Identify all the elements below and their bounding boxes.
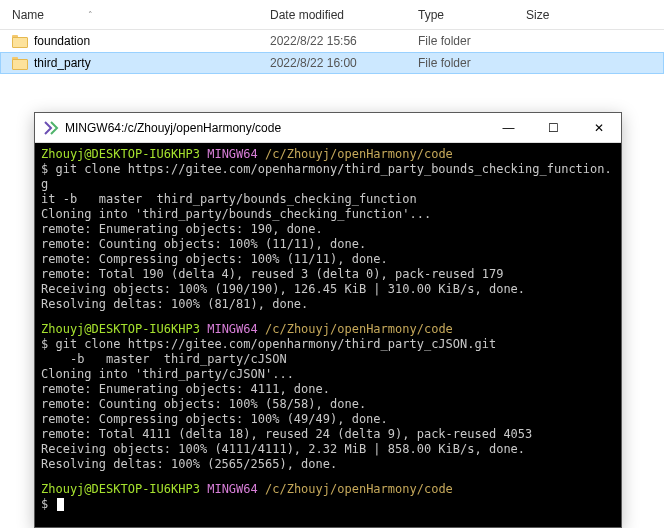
- column-type[interactable]: Type: [418, 8, 526, 22]
- prompt-env: MINGW64: [207, 482, 258, 496]
- terminal-line: -b master third_party/cJSON: [41, 352, 615, 367]
- file-rows: foundation 2022/8/22 15:56 File folder t…: [0, 30, 664, 74]
- terminal-line: remote: Compressing objects: 100% (11/11…: [41, 252, 615, 267]
- prompt-user: Zhouyj@DESKTOP-IU6KHP3: [41, 322, 200, 336]
- folder-icon: [12, 35, 28, 48]
- folder-icon: [12, 57, 28, 70]
- terminal-line: remote: Enumerating objects: 4111, done.: [41, 382, 615, 397]
- terminal-line: remote: Compressing objects: 100% (49/49…: [41, 412, 615, 427]
- terminal-line: $ git clone https://gitee.com/openharmon…: [41, 337, 615, 352]
- terminal-line: $ git clone https://gitee.com/openharmon…: [41, 162, 615, 192]
- terminal-line: remote: Total 4111 (delta 18), reused 24…: [41, 427, 615, 442]
- prompt-path: /c/Zhouyj/openHarmony/code: [265, 322, 453, 336]
- column-name[interactable]: Name˄: [12, 8, 270, 22]
- minimize-button[interactable]: —: [486, 113, 531, 142]
- file-name: third_party: [34, 56, 91, 70]
- sort-indicator-icon: ˄: [88, 10, 93, 20]
- table-row[interactable]: third_party 2022/8/22 16:00 File folder: [0, 52, 664, 74]
- terminal-line: Receiving objects: 100% (4111/4111), 2.3…: [41, 442, 615, 457]
- prompt-env: MINGW64: [207, 147, 258, 161]
- terminal-line: it -b master third_party/bounds_checking…: [41, 192, 615, 207]
- close-button[interactable]: ✕: [576, 113, 621, 142]
- prompt-user: Zhouyj@DESKTOP-IU6KHP3: [41, 482, 200, 496]
- app-icon: [43, 120, 59, 136]
- terminal-line: Resolving deltas: 100% (2565/2565), done…: [41, 457, 615, 472]
- terminal-line: remote: Counting objects: 100% (58/58), …: [41, 397, 615, 412]
- prompt-env: MINGW64: [207, 322, 258, 336]
- prompt-user: Zhouyj@DESKTOP-IU6KHP3: [41, 147, 200, 161]
- file-type: File folder: [418, 56, 526, 70]
- column-date[interactable]: Date modified: [270, 8, 418, 22]
- terminal-line: remote: Enumerating objects: 190, done.: [41, 222, 615, 237]
- terminal-line: Resolving deltas: 100% (81/81), done.: [41, 297, 615, 312]
- cursor-icon: [57, 498, 64, 511]
- terminal-window: MINGW64:/c/Zhouyj/openHarmony/code — ☐ ✕…: [34, 112, 622, 528]
- column-size[interactable]: Size: [526, 8, 606, 22]
- terminal-line: Cloning into 'third_party/cJSON'...: [41, 367, 615, 382]
- column-headers: Name˄ Date modified Type Size: [0, 0, 664, 30]
- terminal-prompt[interactable]: $: [41, 497, 615, 512]
- titlebar[interactable]: MINGW64:/c/Zhouyj/openHarmony/code — ☐ ✕: [35, 113, 621, 143]
- window-title: MINGW64:/c/Zhouyj/openHarmony/code: [65, 121, 486, 135]
- file-name: foundation: [34, 34, 90, 48]
- file-date: 2022/8/22 16:00: [270, 56, 418, 70]
- terminal-line: Receiving objects: 100% (190/190), 126.4…: [41, 282, 615, 297]
- terminal-line: Cloning into 'third_party/bounds_checkin…: [41, 207, 615, 222]
- prompt-path: /c/Zhouyj/openHarmony/code: [265, 482, 453, 496]
- maximize-button[interactable]: ☐: [531, 113, 576, 142]
- prompt-path: /c/Zhouyj/openHarmony/code: [265, 147, 453, 161]
- window-controls: — ☐ ✕: [486, 113, 621, 142]
- terminal-body[interactable]: Zhouyj@DESKTOP-IU6KHP3 MINGW64 /c/Zhouyj…: [35, 143, 621, 527]
- file-type: File folder: [418, 34, 526, 48]
- terminal-line: remote: Counting objects: 100% (11/11), …: [41, 237, 615, 252]
- table-row[interactable]: foundation 2022/8/22 15:56 File folder: [0, 30, 664, 52]
- file-date: 2022/8/22 15:56: [270, 34, 418, 48]
- file-explorer: Name˄ Date modified Type Size foundation…: [0, 0, 664, 74]
- terminal-line: remote: Total 190 (delta 4), reused 3 (d…: [41, 267, 615, 282]
